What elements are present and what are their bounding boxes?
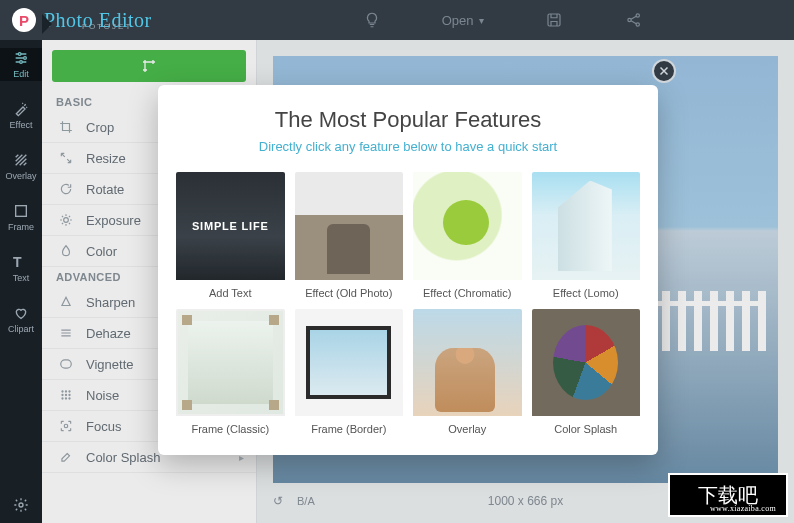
feature-frame-classic[interactable]: Frame (Classic) [176, 309, 285, 436]
feature-label: Effect (Old Photo) [295, 280, 404, 299]
popular-features-modal: The Most Popular Features Directly click… [158, 85, 658, 455]
feature-add-text[interactable]: SIMPLE LIFEAdd Text [176, 172, 285, 299]
open-label: Open [442, 13, 474, 28]
feature-thumb [176, 309, 285, 417]
watermark-url: www.xiazaiba.com [710, 504, 776, 513]
feature-grid: SIMPLE LIFEAdd Text Effect (Old Photo) E… [158, 154, 658, 455]
svg-point-1 [628, 18, 631, 21]
feature-thumb: SIMPLE LIFE [176, 172, 285, 280]
rail-arrow [42, 14, 52, 34]
feature-label: Frame (Border) [295, 416, 404, 435]
feature-overlay[interactable]: Overlay [413, 309, 522, 436]
top-bar: P Photo Editor FOTOJET Open ▾ [0, 0, 794, 40]
hint-icon[interactable] [362, 10, 382, 30]
feature-color-splash[interactable]: Color Splash [532, 309, 641, 436]
modal-title: The Most Popular Features [158, 107, 658, 133]
feature-label: Frame (Classic) [176, 416, 285, 435]
modal-subtitle: Directly click any feature below to have… [158, 139, 658, 154]
feature-effect-lomo[interactable]: Effect (Lomo) [532, 172, 641, 299]
svg-point-2 [637, 14, 640, 17]
feature-thumb [532, 309, 641, 417]
feature-label: Overlay [413, 416, 522, 435]
logo-badge: P [12, 8, 36, 32]
svg-rect-0 [548, 14, 560, 26]
feature-label: Effect (Lomo) [532, 280, 641, 299]
svg-point-3 [637, 23, 640, 26]
feature-frame-border[interactable]: Frame (Border) [295, 309, 404, 436]
feature-label: Effect (Chromatic) [413, 280, 522, 299]
close-button[interactable] [652, 59, 676, 83]
app-root: P Photo Editor FOTOJET Open ▾ [0, 0, 794, 523]
feature-label: Add Text [176, 280, 285, 299]
open-menu[interactable]: Open ▾ [442, 13, 485, 28]
app-logo: P Photo Editor FOTOJET [12, 8, 152, 32]
topbar-actions: Open ▾ [362, 10, 645, 30]
feature-thumb [413, 172, 522, 280]
feature-thumb [295, 172, 404, 280]
feature-effect-old-photo[interactable]: Effect (Old Photo) [295, 172, 404, 299]
chevron-down-icon: ▾ [479, 15, 484, 26]
feature-thumb [413, 309, 522, 417]
share-icon[interactable] [624, 10, 644, 30]
feature-thumb [295, 309, 404, 417]
feature-thumb [532, 172, 641, 280]
feature-effect-chromatic[interactable]: Effect (Chromatic) [413, 172, 522, 299]
watermark-badge: 下载吧 www.xiazaiba.com [668, 473, 788, 517]
feature-label: Color Splash [532, 416, 641, 435]
save-icon[interactable] [544, 10, 564, 30]
